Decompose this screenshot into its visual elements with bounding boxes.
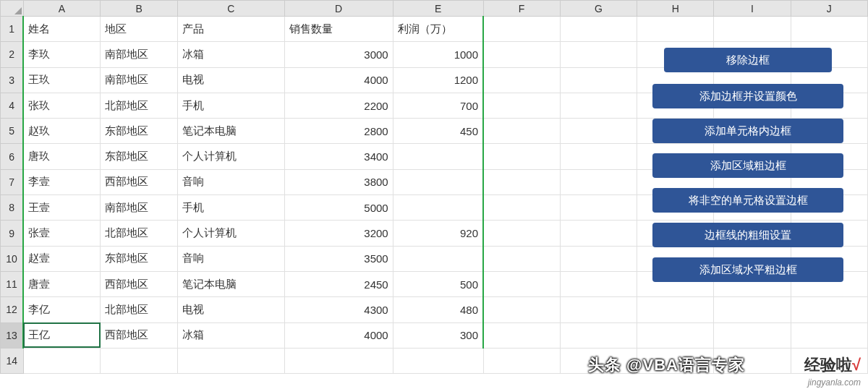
cell-G8[interactable] (560, 195, 637, 221)
cell-E2[interactable]: 1000 (393, 42, 483, 67)
cell-B14[interactable] (101, 348, 178, 373)
cell-D3[interactable]: 4000 (284, 67, 393, 93)
macro-button-6[interactable]: 添加区域水平粗边框 (652, 257, 843, 282)
cell-C6[interactable]: 个人计算机 (177, 144, 284, 169)
row-header-13[interactable]: 13 (1, 322, 24, 348)
cell-B5[interactable]: 东部地区 (101, 119, 178, 144)
cell-C13[interactable]: 冰箱 (177, 322, 284, 348)
cell-G12[interactable] (560, 297, 637, 322)
col-header-F[interactable]: F (483, 1, 560, 17)
cell-E13[interactable]: 300 (393, 322, 483, 348)
row-header-9[interactable]: 9 (1, 221, 24, 246)
cell-C4[interactable]: 手机 (177, 93, 284, 118)
row-header-7[interactable]: 7 (1, 169, 24, 194)
cell-G10[interactable] (560, 246, 637, 271)
cell-E10[interactable] (393, 246, 483, 271)
cell-E7[interactable] (393, 169, 483, 194)
cell-B6[interactable]: 东部地区 (101, 144, 178, 169)
col-header-C[interactable]: C (177, 1, 284, 17)
cell-G7[interactable] (560, 169, 637, 194)
cell-J13[interactable] (791, 322, 867, 348)
cell-A2[interactable]: 李玖 (23, 42, 101, 67)
row-header-12[interactable]: 12 (1, 297, 24, 322)
cell-G9[interactable] (560, 221, 637, 246)
cell-B4[interactable]: 北部地区 (101, 93, 178, 118)
cell-G13[interactable] (560, 322, 637, 348)
macro-button-4[interactable]: 将非空的单元格设置边框 (652, 188, 843, 213)
macro-button-2[interactable]: 添加单元格内边框 (652, 119, 843, 143)
cell-I12[interactable] (714, 297, 791, 322)
cell-D1[interactable]: 销售数量 (284, 17, 393, 42)
cell-A5[interactable]: 赵玖 (23, 119, 101, 144)
row-header-14[interactable]: 14 (1, 348, 24, 373)
col-header-E[interactable]: E (393, 1, 483, 17)
cell-A14[interactable] (23, 348, 101, 373)
macro-button-0[interactable]: 移除边框 (664, 48, 832, 72)
row-header-10[interactable]: 10 (1, 246, 24, 271)
row-header-5[interactable]: 5 (1, 119, 24, 144)
cell-A3[interactable]: 王玖 (23, 67, 101, 93)
cell-H13[interactable] (637, 322, 714, 348)
cell-D9[interactable]: 3200 (284, 221, 393, 246)
cell-C3[interactable]: 电视 (177, 67, 284, 93)
cell-G5[interactable] (560, 119, 637, 144)
cell-E5[interactable]: 450 (393, 119, 483, 144)
cell-E11[interactable]: 500 (393, 271, 483, 296)
cell-D5[interactable]: 2800 (284, 119, 393, 144)
cell-A12[interactable]: 李亿 (23, 297, 101, 322)
col-header-B[interactable]: B (101, 1, 178, 17)
cell-C12[interactable]: 电视 (177, 297, 284, 322)
cell-D6[interactable]: 3400 (284, 144, 393, 169)
cell-A8[interactable]: 王壹 (23, 195, 101, 221)
row-header-8[interactable]: 8 (1, 195, 24, 221)
cell-G1[interactable] (560, 17, 637, 42)
cell-D8[interactable]: 5000 (284, 195, 393, 221)
cell-E4[interactable]: 700 (393, 93, 483, 118)
row-header-3[interactable]: 3 (1, 67, 24, 93)
cell-A10[interactable]: 赵壹 (23, 246, 101, 271)
cell-B7[interactable]: 西部地区 (101, 169, 178, 194)
cell-F12[interactable] (483, 297, 560, 322)
cell-F5[interactable] (483, 119, 560, 144)
cell-C10[interactable]: 音响 (177, 246, 284, 271)
cell-F3[interactable] (483, 67, 560, 93)
cell-A4[interactable]: 张玖 (23, 93, 101, 118)
cell-I1[interactable] (714, 17, 791, 42)
col-header-I[interactable]: I (714, 1, 791, 17)
cell-F9[interactable] (483, 221, 560, 246)
cell-E1[interactable]: 利润（万） (393, 17, 483, 42)
cell-F7[interactable] (483, 169, 560, 194)
cell-C8[interactable]: 手机 (177, 195, 284, 221)
cell-F1[interactable] (483, 17, 560, 42)
cell-E6[interactable] (393, 144, 483, 169)
cell-D4[interactable]: 2200 (284, 93, 393, 118)
cell-A6[interactable]: 唐玖 (23, 144, 101, 169)
cell-A9[interactable]: 张壹 (23, 221, 101, 246)
cell-C9[interactable]: 个人计算机 (177, 221, 284, 246)
cell-J12[interactable] (791, 297, 867, 322)
select-all-corner[interactable] (1, 1, 24, 17)
cell-E3[interactable]: 1200 (393, 67, 483, 93)
cell-H1[interactable] (637, 17, 714, 42)
cell-B11[interactable]: 西部地区 (101, 271, 178, 296)
cell-B8[interactable]: 南部地区 (101, 195, 178, 221)
cell-I13[interactable] (714, 322, 791, 348)
cell-G4[interactable] (560, 93, 637, 118)
cell-C7[interactable]: 音响 (177, 169, 284, 194)
cell-E12[interactable]: 480 (393, 297, 483, 322)
cell-D2[interactable]: 3000 (284, 42, 393, 67)
cell-B3[interactable]: 南部地区 (101, 67, 178, 93)
cell-G3[interactable] (560, 67, 637, 93)
cell-C1[interactable]: 产品 (177, 17, 284, 42)
cell-F6[interactable] (483, 144, 560, 169)
cell-F4[interactable] (483, 93, 560, 118)
cell-D12[interactable]: 4300 (284, 297, 393, 322)
row-header-2[interactable]: 2 (1, 42, 24, 67)
cell-F14[interactable] (483, 348, 560, 373)
row-header-6[interactable]: 6 (1, 144, 24, 169)
cell-C11[interactable]: 笔记本电脑 (177, 271, 284, 296)
cell-A7[interactable]: 李壹 (23, 169, 101, 194)
cell-J1[interactable] (791, 17, 867, 42)
cell-F2[interactable] (483, 42, 560, 67)
cell-A11[interactable]: 唐壹 (23, 271, 101, 296)
